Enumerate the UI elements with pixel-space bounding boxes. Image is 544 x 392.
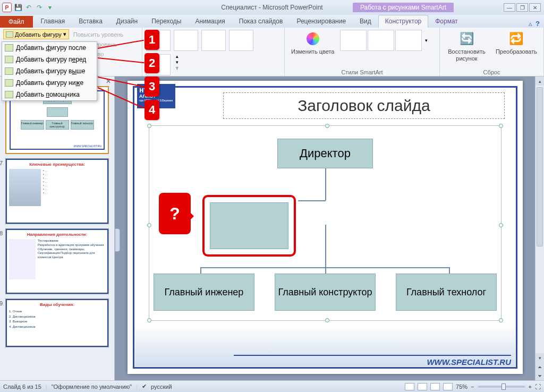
zoom-in-icon[interactable]: + xyxy=(529,384,532,390)
gallery-more-icon[interactable]: ▾ xyxy=(422,38,430,43)
tab-animation[interactable]: Анимация xyxy=(188,15,232,28)
slide-canvas[interactable]: нтр АЛИСТ при МГТУ им. Н.Э.Баумана WWW.S… xyxy=(128,81,523,374)
dropdown-add-assistant[interactable]: Добавить помощника xyxy=(2,89,97,100)
chevron-down-icon: ▾ xyxy=(63,31,66,38)
prev-slide-icon[interactable]: ⏶ xyxy=(536,362,544,371)
tab-smartart-format[interactable]: Формат xyxy=(428,15,465,28)
layout-thumb[interactable] xyxy=(229,30,253,51)
thumbnail-slide-9[interactable]: 9 Виды обучения: 1. Очное 2. Дистанционн… xyxy=(5,299,109,347)
scroll-thumb[interactable] xyxy=(537,87,543,246)
app-icon: P xyxy=(2,3,12,12)
group-styles: Изменить цвета ▾ Стили SmartArt xyxy=(285,28,440,76)
status-slide-info[interactable]: Слайд 6 из 15 xyxy=(3,384,41,390)
scroll-up-icon[interactable]: ▴ xyxy=(536,76,544,86)
tab-slideshow[interactable]: Показ слайдов xyxy=(232,15,290,28)
zoom-slider[interactable] xyxy=(478,386,525,388)
palette-icon xyxy=(307,32,319,45)
annotation-4: 4 xyxy=(144,100,159,120)
slide-title-placeholder[interactable]: Заголовок слайда xyxy=(223,92,505,119)
thumb9-title: Виды обучения: xyxy=(9,302,105,307)
quick-access-toolbar: P 💾 ↶ ↷ ▾ xyxy=(0,3,54,12)
group-reset: 🔄 Восстановить рисунок 🔁 Преобразовать С… xyxy=(440,28,544,76)
status-language[interactable]: русский xyxy=(151,384,172,390)
save-icon[interactable]: 💾 xyxy=(14,3,22,12)
layout-thumb[interactable] xyxy=(174,30,198,51)
restore-button[interactable]: ❐ xyxy=(516,3,528,12)
add-shape-icon xyxy=(6,31,13,38)
group-layouts: ▴ ▾ ▿ Макеты xyxy=(142,28,285,76)
restore-icon: 🔄 xyxy=(458,30,475,47)
dropdown-add-above[interactable]: Добавить фигуру выше xyxy=(2,65,97,77)
scroll-down-icon[interactable]: ▾ xyxy=(536,353,544,362)
slideshow-view-button[interactable] xyxy=(443,383,453,390)
thumb8-title: Направления деятельности: xyxy=(9,232,105,237)
zoom-slider-thumb[interactable] xyxy=(502,384,506,390)
dropdown-add-after[interactable]: Добавить фигуру после xyxy=(2,42,97,54)
group-label-reset: Сброс xyxy=(443,68,540,75)
tab-smartart-design[interactable]: Конструктор xyxy=(378,15,428,28)
spellcheck-icon[interactable]: ✔ xyxy=(142,383,147,390)
tab-design[interactable]: Дизайн xyxy=(109,15,144,28)
group-label-styles: Стили SmartArt xyxy=(288,68,436,75)
reading-view-button[interactable] xyxy=(430,383,440,390)
help-icon[interactable]: ? xyxy=(536,20,540,28)
undo-icon[interactable]: ↶ xyxy=(24,3,33,12)
org-node-assistant[interactable] xyxy=(210,202,288,249)
ribbon-tabs: Файл Главная Вставка Дизайн Переходы Ани… xyxy=(0,15,544,28)
gallery-down-icon[interactable]: ▾ xyxy=(173,59,181,65)
convert-button[interactable]: 🔁 Преобразовать xyxy=(492,29,540,56)
smartart-container[interactable]: Директор Главный инженер Главный констру… xyxy=(149,125,502,321)
context-tab-title: Работа с рисунками SmartArt xyxy=(353,3,454,12)
thumbnail-slide-7[interactable]: 7 Ключевые преимущества: • …• …• …• …• …… xyxy=(5,158,109,224)
annotation-3: 3 xyxy=(144,76,159,97)
slide-edit-area[interactable]: нтр АЛИСТ при МГТУ им. Н.Э.Баумана WWW.S… xyxy=(115,76,544,380)
redo-icon[interactable]: ↷ xyxy=(35,3,44,12)
footer-divider xyxy=(234,355,511,356)
qat-dropdown-icon[interactable]: ▾ xyxy=(46,3,54,12)
annotation-1: 1 xyxy=(144,30,159,50)
sorter-view-button[interactable] xyxy=(418,383,427,390)
normal-view-button[interactable] xyxy=(405,383,414,390)
slide-thumbnails-panel: ✕ Директор Главный инженер Главный конст… xyxy=(0,76,115,380)
file-tab[interactable]: Файл xyxy=(0,16,33,28)
org-node-constructor[interactable]: Главный конструктор xyxy=(275,274,376,311)
status-theme[interactable]: "Оформление по умолчанию" xyxy=(52,384,132,390)
change-colors-button[interactable]: Изменить цвета xyxy=(288,29,337,56)
next-slide-icon[interactable]: ⏷ xyxy=(536,371,544,380)
org-node-director[interactable]: Директор xyxy=(277,139,373,168)
tab-home[interactable]: Главная xyxy=(34,15,72,28)
convert-icon: 🔁 xyxy=(508,30,525,47)
org-node-technologist[interactable]: Главный технолог xyxy=(396,274,497,311)
vertical-scrollbar[interactable]: ▴ ▾ ⏶ ⏷ xyxy=(535,76,544,380)
zoom-level[interactable]: 75% xyxy=(456,384,468,390)
gallery-up-icon[interactable]: ▴ xyxy=(173,54,181,59)
ribbon-minimize-icon[interactable]: ▵ xyxy=(529,20,532,28)
org-node-assistant-highlight xyxy=(202,195,296,257)
thumbnail-slide-8[interactable]: 8 Направления деятельности: Тестирование… xyxy=(5,228,109,294)
style-thumb[interactable] xyxy=(368,30,394,51)
dropdown-add-before[interactable]: Добавить фигуру перед xyxy=(2,54,97,65)
dropdown-add-below[interactable]: Добавить фигуру ниже xyxy=(2,77,97,89)
style-thumb[interactable] xyxy=(395,30,422,51)
close-button[interactable]: ✕ xyxy=(529,3,541,12)
org-node-engineer[interactable]: Главный инженер xyxy=(154,274,254,311)
convert-label: Преобразовать xyxy=(496,48,537,55)
style-thumb[interactable] xyxy=(340,30,367,51)
minimize-button[interactable]: — xyxy=(504,3,515,12)
thumb7-title: Ключевые преимущества: xyxy=(9,162,105,167)
zoom-out-icon[interactable]: − xyxy=(471,384,474,390)
tab-review[interactable]: Рецензирование xyxy=(290,15,353,28)
statusbar: Слайд 6 из 15 | "Оформление по умолчанию… xyxy=(0,380,544,392)
tab-insert[interactable]: Вставка xyxy=(72,15,109,28)
layout-thumb[interactable] xyxy=(201,30,226,51)
restore-button[interactable]: 🔄 Восстановить рисунок xyxy=(443,29,490,63)
fit-to-window-icon[interactable]: ⛶ xyxy=(535,384,541,390)
promote-button[interactable]: Повысить уровень xyxy=(71,29,126,39)
tab-transitions[interactable]: Переходы xyxy=(144,15,188,28)
add-shape-label: Добавить фигуру xyxy=(15,31,62,38)
tab-view[interactable]: Вид xyxy=(353,15,378,28)
add-shape-button[interactable]: Добавить фигуру ▾ xyxy=(3,29,69,39)
splitter-handle[interactable] xyxy=(115,228,120,252)
footer-url: WWW.SPECIALIST.RU xyxy=(427,357,511,367)
gallery-more-icon[interactable]: ▿ xyxy=(173,65,181,71)
